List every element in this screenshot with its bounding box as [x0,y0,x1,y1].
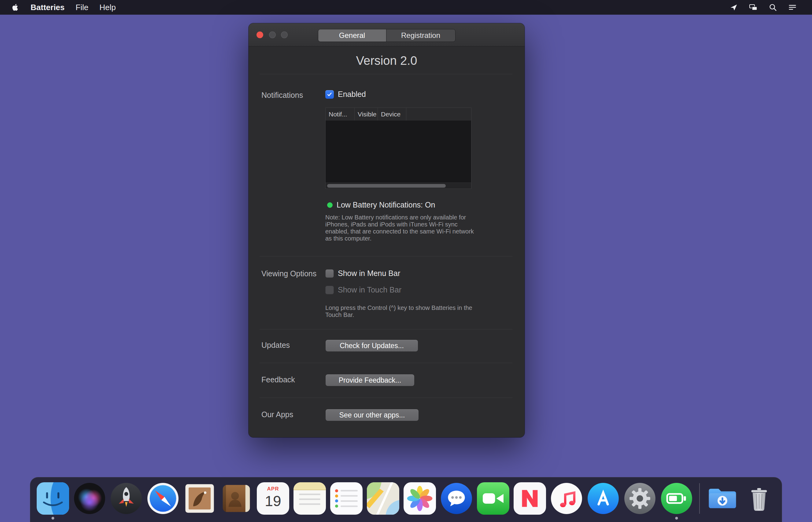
feedback-label: Feedback [261,375,295,384]
dock-finder[interactable] [36,482,70,515]
dock-siri[interactable] [73,482,107,515]
launchpad-icon [110,482,142,515]
enabled-checkbox-row: Enabled [325,90,366,99]
dock-calendar[interactable]: APR 19 [256,482,290,515]
tab-general[interactable]: General [318,29,386,42]
batteries-icon [660,482,693,515]
dock-app-store[interactable] [586,482,620,515]
close-button[interactable] [257,32,263,38]
spotlight-icon[interactable] [768,2,778,12]
dock-music[interactable] [549,482,583,515]
low-battery-status-row: Low Battery Notifications: On [325,200,435,209]
updates-label: Updates [261,341,290,349]
provide-feedback-button[interactable]: Provide Feedback... [325,374,415,386]
check-for-updates-button[interactable]: Check for Updates... [325,340,418,352]
dock-messages[interactable] [439,482,474,515]
dock-news[interactable] [513,482,547,515]
version-title: Version 2.0 [249,54,524,67]
status-green-dot-icon [327,202,333,208]
siri-icon [73,482,106,515]
trash-icon [743,482,775,515]
zoom-button[interactable] [281,32,288,38]
enabled-checkbox[interactable] [325,90,334,99]
dock-maps[interactable] [366,482,400,515]
menu-bar: Batteries File Help [0,0,812,15]
photos-icon [403,482,436,515]
dock-trash[interactable] [742,482,776,515]
divider [260,398,512,398]
dock: APR 19 [30,477,782,522]
show-in-menu-bar-checkbox[interactable] [325,269,334,278]
column-header-notif[interactable]: Notif... [325,108,355,120]
menu-file[interactable]: File [76,3,88,12]
calendar-day-label: 19 [265,493,281,509]
downloads-folder-icon [706,482,739,515]
low-battery-note: Note: Low Battery notifications are only… [325,214,480,242]
dock-system-preferences[interactable] [623,482,657,515]
notification-center-icon[interactable] [788,2,797,12]
horizontal-scrollbar[interactable] [325,182,471,188]
menu-help[interactable]: Help [99,3,116,12]
app-store-icon [587,482,619,515]
dock-photos[interactable] [403,482,437,515]
show-in-touch-bar-row: Show in Touch Bar [325,285,401,294]
minimize-button[interactable] [269,32,276,38]
dock-mail[interactable] [182,482,217,515]
dock-notes[interactable] [293,482,327,515]
dock-safari[interactable] [146,482,180,515]
notifications-label: Notifications [261,91,303,100]
apple-menu-icon[interactable] [11,3,20,12]
music-icon [550,482,583,515]
scrollbar-thumb[interactable] [327,184,446,188]
tab-registration[interactable]: Registration [386,29,455,42]
column-header-filler [406,108,471,120]
divider [260,74,512,74]
finder-icon [37,482,69,515]
facetime-icon [477,482,509,515]
calendar-icon: APR 19 [257,482,289,515]
cursor-arrow-icon[interactable] [729,2,739,12]
dock-separator [699,483,700,514]
system-preferences-icon [624,482,656,515]
maps-icon [367,482,399,515]
contacts-icon [220,482,253,515]
dock-batteries[interactable] [659,482,694,515]
column-header-device[interactable]: Device [378,108,406,120]
calendar-month-label: APR [267,486,279,492]
column-header-visible[interactable]: Visible [355,108,378,120]
show-in-menu-bar-label: Show in Menu Bar [338,269,400,278]
dock-reminders[interactable] [329,482,363,515]
touch-bar-note: Long press the Control (^) key to show B… [325,304,480,319]
safari-icon [147,482,179,515]
mail-icon [183,482,216,515]
low-battery-status-text: Low Battery Notifications: On [337,200,435,209]
dock-facetime[interactable] [476,482,510,515]
notifications-device-table[interactable]: Notif... Visible Device [325,107,471,189]
our-apps-label: Our Apps [261,410,293,419]
divider [260,363,512,363]
see-our-other-apps-button[interactable]: See our other apps... [325,409,419,421]
viewing-options-label: Viewing Options [261,269,316,278]
show-in-touch-bar-checkbox [325,286,334,294]
messages-icon [440,482,473,515]
displays-icon[interactable] [748,2,758,12]
dock-contacts[interactable] [219,482,254,515]
divider [260,329,512,329]
batteries-preferences-window: General Registration Version 2.0 Notific… [249,23,524,437]
tab-bar: General Registration [318,29,456,42]
dock-launchpad[interactable] [109,482,143,515]
news-icon [514,482,546,515]
show-in-menu-bar-row: Show in Menu Bar [325,269,400,278]
window-titlebar[interactable]: General Registration [249,23,524,46]
reminders-icon [330,482,362,515]
show-in-touch-bar-label: Show in Touch Bar [338,285,401,294]
notes-icon [294,482,326,515]
dock-downloads[interactable] [705,482,739,515]
table-header: Notif... Visible Device [325,108,471,121]
enabled-checkbox-label: Enabled [338,90,366,99]
app-menu-batteries[interactable]: Batteries [31,3,64,12]
